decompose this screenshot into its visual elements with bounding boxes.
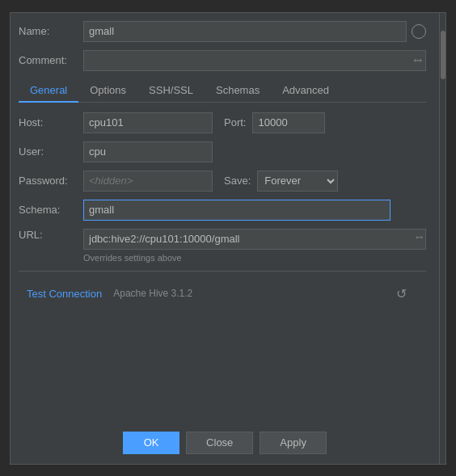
close-button[interactable]: Close: [186, 432, 253, 454]
footer-row: Test Connection Apache Hive 3.1.2 ↺: [19, 280, 420, 308]
password-row: Password: Save: Forever For Session Neve…: [19, 171, 426, 192]
host-input[interactable]: [83, 112, 213, 133]
name-input[interactable]: [83, 21, 407, 42]
name-label: Name:: [19, 25, 83, 37]
tab-options[interactable]: Options: [78, 79, 137, 103]
url-input[interactable]: [83, 229, 426, 250]
tab-general[interactable]: General: [19, 79, 78, 103]
url-label: URL:: [19, 229, 83, 241]
schema-input[interactable]: [83, 200, 391, 221]
scrollbar-thumb[interactable]: [441, 31, 445, 79]
save-label: Save:: [224, 175, 251, 187]
schema-label: Schema:: [19, 204, 83, 216]
content-area: Name: Comment: ⤢ General Options SSH/SSL…: [11, 13, 439, 425]
scrollbar[interactable]: [439, 13, 445, 464]
test-connection-button[interactable]: Test Connection: [27, 288, 102, 300]
comment-input[interactable]: [83, 50, 426, 71]
comment-label: Comment:: [19, 54, 83, 66]
port-input[interactable]: [252, 112, 325, 133]
ok-button[interactable]: OK: [123, 432, 179, 454]
password-label: Password:: [19, 175, 83, 187]
user-row: User:: [19, 141, 426, 162]
comment-row: Comment: ⤢: [19, 50, 426, 71]
divider: [19, 271, 426, 272]
refresh-icon[interactable]: ↺: [396, 286, 407, 301]
connection-dialog: Name: Comment: ⤢ General Options SSH/SSL…: [10, 12, 446, 465]
save-select[interactable]: Forever For Session Never: [257, 171, 338, 192]
button-row: OK Close Apply: [11, 425, 439, 464]
tab-advanced[interactable]: Advanced: [271, 79, 340, 103]
apply-button[interactable]: Apply: [260, 432, 327, 454]
tab-ssh-ssl[interactable]: SSH/SSL: [137, 79, 205, 103]
port-label: Port:: [224, 116, 246, 128]
password-input[interactable]: [83, 171, 213, 192]
host-port-row: Host: Port:: [19, 112, 426, 133]
host-label: Host:: [19, 116, 83, 128]
url-hint: Overrides settings above: [83, 253, 426, 263]
name-row: Name:: [19, 21, 426, 42]
schema-row: Schema:: [19, 200, 426, 221]
driver-info: Apache Hive 3.1.2: [113, 288, 192, 299]
tab-schemas[interactable]: Schemas: [205, 79, 271, 103]
url-input-wrapper: ⤢: [83, 229, 426, 250]
user-input[interactable]: [83, 141, 213, 162]
tabs-bar: General Options SSH/SSL Schemas Advanced: [19, 79, 426, 103]
user-label: User:: [19, 145, 83, 158]
circle-icon: [412, 24, 426, 39]
url-row: URL: ⤢: [19, 229, 426, 250]
